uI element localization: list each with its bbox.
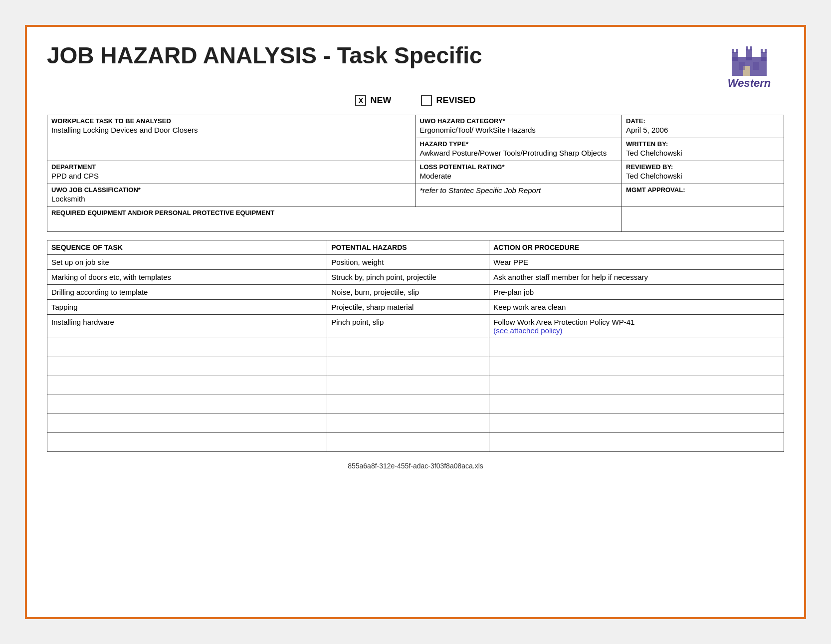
table-row — [47, 414, 784, 433]
uwo-hazard-value: Ergonomic/Tool/ WorkSite Hazards — [420, 126, 618, 136]
new-checkbox: x — [355, 95, 366, 106]
table-cell-haz — [327, 338, 489, 357]
hazard-type-cell: HAZARD TYPE* Awkward Posture/Power Tools… — [416, 138, 622, 161]
table-cell-seq: Set up on job site — [47, 255, 327, 270]
table-cell-seq: Tapping — [47, 300, 327, 315]
svg-rect-6 — [746, 46, 748, 50]
table-cell-act — [489, 433, 784, 452]
table-cell-act — [489, 376, 784, 395]
table-row — [47, 357, 784, 376]
date-cell: DATE: April 5, 2006 — [622, 115, 784, 138]
table-row: Installing hardwarePinch point, slipFoll… — [47, 315, 784, 338]
table-cell-seq: Marking of doors etc, with templates — [47, 270, 327, 285]
table-cell-seq — [47, 433, 327, 452]
table-cell-haz — [327, 376, 489, 395]
col-header-act: ACTION OR PROCEDURE — [489, 240, 784, 255]
table-cell-haz — [327, 357, 489, 376]
svg-rect-1 — [732, 52, 738, 61]
table-row: Drilling according to templateNoise, bur… — [47, 285, 784, 300]
table-row: Marking of doors etc, with templatesStru… — [47, 270, 784, 285]
svg-rect-3 — [761, 52, 767, 61]
table-cell-seq: Installing hardware — [47, 315, 327, 338]
table-cell-seq — [47, 338, 327, 357]
table-row: Set up on job sitePosition, weightWear P… — [47, 255, 784, 270]
main-table: SEQUENCE OF TASK POTENTIAL HAZARDS ACTIO… — [47, 240, 784, 452]
table-cell-act: Follow Work Area Protection Policy WP-41… — [489, 315, 784, 338]
uwo-job-cell: UWO JOB CLASSIFICATION* Locksmith — [47, 184, 416, 207]
table-cell-act — [489, 357, 784, 376]
workplace-task-cell: WORKPLACE TASK TO BE ANALYSED Installing… — [47, 115, 416, 161]
table-cell-haz — [327, 414, 489, 433]
logo-area: Western — [714, 42, 784, 90]
policy-link[interactable]: (see attached policy) — [493, 326, 562, 335]
reviewed-by-label: REVIEWED BY: — [626, 163, 780, 171]
table-cell-act — [489, 338, 784, 357]
revised-status: REVISED — [421, 95, 475, 106]
date-value: April 5, 2006 — [626, 126, 780, 136]
page-wrapper: JOB HAZARD ANALYSIS - Task Specific West… — [25, 25, 806, 619]
written-by-label: WRITTEN BY: — [626, 140, 780, 148]
svg-rect-12 — [753, 62, 759, 70]
hazard-type-value: Awkward Posture/Power Tools/Protruding S… — [420, 149, 618, 159]
reviewed-by-cell: REVIEWED BY: Ted Chelchowski — [622, 161, 784, 184]
logo-text: Western — [728, 77, 771, 90]
table-cell-haz — [327, 433, 489, 452]
table-cell-act: Keep work area clean — [489, 300, 784, 315]
svg-rect-9 — [765, 49, 767, 53]
loss-potential-label: LOSS POTENTIAL RATING* — [420, 163, 618, 171]
table-cell-haz: Struck by, pinch point, projectile — [327, 270, 489, 285]
table-cell-haz: Pinch point, slip — [327, 315, 489, 338]
revised-checkbox — [421, 95, 432, 106]
table-row — [47, 338, 784, 357]
info-row-3: DEPARTMENT PPD and CPS LOSS POTENTIAL RA… — [47, 161, 784, 184]
table-cell-act — [489, 414, 784, 433]
loss-potential-cell: LOSS POTENTIAL RATING* Moderate — [416, 161, 622, 184]
table-cell-seq: Drilling according to template — [47, 285, 327, 300]
refer-cell: *refer to Stantec Specific Job Report — [416, 184, 622, 207]
info-table: WORKPLACE TASK TO BE ANALYSED Installing… — [47, 115, 784, 232]
department-label: DEPARTMENT — [51, 163, 412, 171]
revised-label: REVISED — [436, 95, 475, 106]
table-row — [47, 376, 784, 395]
written-by-cell: WRITTEN BY: Ted Chelchowski — [622, 138, 784, 161]
table-cell-seq — [47, 395, 327, 414]
mgmt-approval-value — [626, 195, 780, 205]
table-cell-act: Ask another staff member for help if nec… — [489, 270, 784, 285]
table-row — [47, 433, 784, 452]
new-label: NEW — [370, 95, 391, 106]
date-label: DATE: — [626, 117, 780, 125]
svg-rect-7 — [750, 46, 752, 50]
refer-value: *refer to Stantec Specific Job Report — [420, 186, 618, 196]
uwo-job-label: UWO JOB CLASSIFICATION* — [51, 186, 412, 194]
svg-rect-4 — [732, 49, 734, 53]
table-cell-haz: Noise, burn, projectile, slip — [327, 285, 489, 300]
info-row-5: REQUIRED EQUIPMENT AND/OR PERSONAL PROTE… — [47, 207, 784, 232]
svg-rect-11 — [739, 62, 745, 70]
new-status: x NEW — [355, 95, 391, 106]
department-cell: DEPARTMENT PPD and CPS — [47, 161, 416, 184]
info-row-4: UWO JOB CLASSIFICATION* Locksmith *refer… — [47, 184, 784, 207]
table-cell-haz: Projectile, sharp material — [327, 300, 489, 315]
table-cell-act — [489, 395, 784, 414]
mgmt-approval-cell: MGMT APPROVAL: — [622, 184, 784, 207]
written-by-value: Ted Chelchowski — [626, 149, 780, 159]
required-equip-value — [51, 217, 618, 227]
table-row: TappingProjectile, sharp materialKeep wo… — [47, 300, 784, 315]
uwo-hazard-label: UWO HAZARD CATEGORY* — [420, 117, 618, 125]
mgmt-approval-space-cell — [622, 207, 784, 232]
col-header-haz: POTENTIAL HAZARDS — [327, 240, 489, 255]
department-value: PPD and CPS — [51, 172, 412, 182]
workplace-task-label: WORKPLACE TASK TO BE ANALYSED — [51, 117, 412, 125]
page-title: JOB HAZARD ANALYSIS - Task Specific — [47, 42, 714, 69]
svg-rect-2 — [746, 49, 752, 60]
status-row: x NEW REVISED — [47, 95, 784, 106]
table-cell-haz — [327, 395, 489, 414]
header-section: JOB HAZARD ANALYSIS - Task Specific West… — [47, 42, 784, 90]
info-row-1: WORKPLACE TASK TO BE ANALYSED Installing… — [47, 115, 784, 138]
castle-logo-icon — [729, 42, 769, 77]
mgmt-approval-label: MGMT APPROVAL: — [626, 186, 780, 194]
table-cell-act: Wear PPE — [489, 255, 784, 270]
uwo-job-value: Locksmith — [51, 195, 412, 205]
table-cell-haz: Position, weight — [327, 255, 489, 270]
loss-potential-value: Moderate — [420, 172, 618, 182]
